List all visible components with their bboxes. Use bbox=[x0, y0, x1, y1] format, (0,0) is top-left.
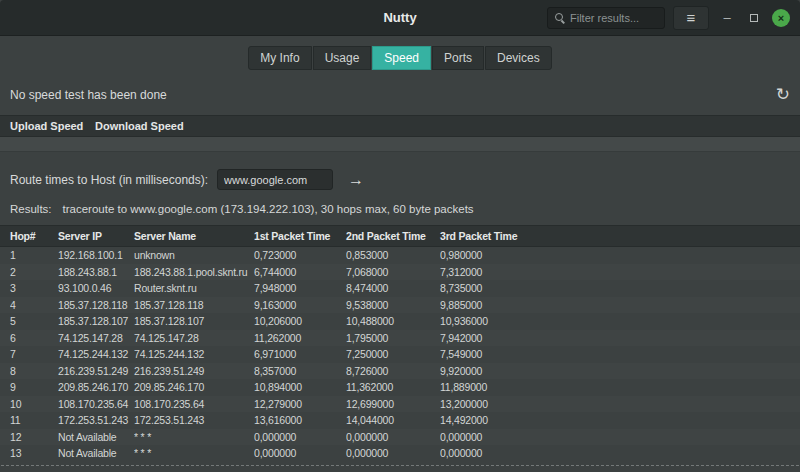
packet1-cell: 0,723000 bbox=[254, 249, 346, 261]
hop-cell: 13 bbox=[10, 447, 58, 459]
packet2-cell: 0,000000 bbox=[346, 431, 440, 443]
titlebar-controls: ≡ – × bbox=[547, 6, 800, 30]
server-ip-cell: 188.243.88.1 bbox=[58, 266, 134, 278]
traceroute-row[interactable]: 11 172.253.51.243 172.253.51.243 13,6160… bbox=[0, 412, 800, 429]
traceroute-row[interactable]: 9 209.85.246.170 209.85.246.170 10,89400… bbox=[0, 379, 800, 396]
close-button[interactable]: × bbox=[772, 9, 790, 27]
packet1-cell: 11,262000 bbox=[254, 332, 346, 344]
hop-cell: 3 bbox=[10, 282, 58, 294]
hop-cell: 1 bbox=[10, 249, 58, 261]
packet3-cell: 7,942000 bbox=[440, 332, 800, 344]
server-ip-cell: Not Available bbox=[58, 431, 134, 443]
traceroute-row[interactable]: 10 108.170.235.64 108.170.235.64 12,2790… bbox=[0, 396, 800, 413]
packet1-cell: 13,616000 bbox=[254, 414, 346, 426]
packet2-cell: 7,068000 bbox=[346, 266, 440, 278]
results-row: Results: traceroute to www.google.com (1… bbox=[0, 196, 800, 225]
server-ip-cell: 93.100.0.46 bbox=[58, 282, 134, 294]
arrow-right-icon: → bbox=[348, 171, 364, 188]
packet3-cell: 13,200000 bbox=[440, 398, 800, 410]
traceroute-table: Hop# Server IP Server Name 1st Packet Ti… bbox=[0, 225, 800, 462]
hop-cell: 6 bbox=[10, 332, 58, 344]
packet2-cell: 7,250000 bbox=[346, 348, 440, 360]
server-ip-cell: 185.37.128.118 bbox=[58, 299, 134, 311]
download-speed-column-header[interactable]: Download Speed bbox=[95, 120, 800, 132]
packet3-cell: 7,549000 bbox=[440, 348, 800, 360]
refresh-button[interactable]: ↻ bbox=[776, 86, 790, 103]
packet2-cell: 11,362000 bbox=[346, 381, 440, 393]
server-name-cell: Router.sknt.ru bbox=[134, 282, 254, 294]
server-ip-cell: 172.253.51.243 bbox=[58, 414, 134, 426]
packet1-cell: 0,000000 bbox=[254, 431, 346, 443]
packet3-cell: 0,980000 bbox=[440, 249, 800, 261]
packet2-column-header[interactable]: 2nd Packet Time bbox=[346, 230, 440, 242]
packet2-cell: 10,488000 bbox=[346, 315, 440, 327]
traceroute-row[interactable]: 2 188.243.88.1 188.243.88.1.pool.sknt.ru… bbox=[0, 264, 800, 281]
traceroute-row[interactable]: 13 Not Available * * * 0,000000 0,000000… bbox=[0, 445, 800, 462]
server-name-cell: 216.239.51.249 bbox=[134, 365, 254, 377]
packet1-cell: 6,744000 bbox=[254, 266, 346, 278]
server-ip-column-header[interactable]: Server IP bbox=[58, 230, 134, 242]
hop-cell: 2 bbox=[10, 266, 58, 278]
server-ip-cell: 74.125.244.132 bbox=[58, 348, 134, 360]
search-input[interactable] bbox=[570, 12, 657, 24]
traceroute-row[interactable]: 6 74.125.147.28 74.125.147.28 11,262000 … bbox=[0, 330, 800, 347]
results-summary: traceroute to www.google.com (173.194.22… bbox=[63, 203, 474, 215]
traceroute-row[interactable]: 4 185.37.128.118 185.37.128.118 9,163000… bbox=[0, 297, 800, 314]
minimize-icon: – bbox=[723, 10, 730, 25]
packet2-cell: 14,044000 bbox=[346, 414, 440, 426]
packet3-cell: 9,885000 bbox=[440, 299, 800, 311]
hop-column-header[interactable]: Hop# bbox=[10, 230, 58, 242]
traceroute-row[interactable]: 8 216.239.51.249 216.239.51.249 8,357000… bbox=[0, 363, 800, 380]
tab-ports[interactable]: Ports bbox=[432, 46, 484, 70]
tab-devices[interactable]: Devices bbox=[485, 46, 552, 70]
packet1-cell: 0,000000 bbox=[254, 447, 346, 459]
traceroute-row[interactable]: 1 192.168.100.1 unknown 0,723000 0,85300… bbox=[0, 247, 800, 264]
hop-cell: 8 bbox=[10, 365, 58, 377]
server-ip-cell: 216.239.51.249 bbox=[58, 365, 134, 377]
traceroute-row[interactable]: 12 Not Available * * * 0,000000 0,000000… bbox=[0, 429, 800, 446]
tab-speed[interactable]: Speed bbox=[372, 46, 431, 70]
host-input[interactable] bbox=[217, 169, 333, 190]
packet3-cell: 14,492000 bbox=[440, 414, 800, 426]
server-name-cell: 209.85.246.170 bbox=[134, 381, 254, 393]
packet3-cell: 9,920000 bbox=[440, 365, 800, 377]
upload-speed-column-header[interactable]: Upload Speed bbox=[10, 120, 95, 132]
packet2-cell: 0,000000 bbox=[346, 447, 440, 459]
packet1-cell: 8,357000 bbox=[254, 365, 346, 377]
maximize-button[interactable] bbox=[745, 8, 763, 28]
packet3-column-header[interactable]: 3rd Packet Time bbox=[440, 230, 800, 242]
traceroute-header: Hop# Server IP Server Name 1st Packet Ti… bbox=[0, 225, 800, 247]
packet3-cell: 0,000000 bbox=[440, 431, 800, 443]
packet1-cell: 10,206000 bbox=[254, 315, 346, 327]
route-input-row: Route times to Host (in milliseconds): → bbox=[0, 152, 800, 196]
server-name-column-header[interactable]: Server Name bbox=[134, 230, 254, 242]
packet1-cell: 10,894000 bbox=[254, 381, 346, 393]
packet1-cell: 12,279000 bbox=[254, 398, 346, 410]
minimize-button[interactable]: – bbox=[718, 8, 736, 28]
refresh-icon: ↻ bbox=[776, 85, 790, 104]
server-name-cell: unknown bbox=[134, 249, 254, 261]
traceroute-row[interactable]: 3 93.100.0.46 Router.sknt.ru 7,948000 8,… bbox=[0, 280, 800, 297]
packet1-column-header[interactable]: 1st Packet Time bbox=[254, 230, 346, 242]
packet3-cell: 0,000000 bbox=[440, 447, 800, 459]
speed-table-header: Upload Speed Download Speed bbox=[0, 115, 800, 137]
tab-my-info[interactable]: My Info bbox=[248, 46, 311, 70]
packet2-cell: 9,538000 bbox=[346, 299, 440, 311]
run-traceroute-button[interactable]: → bbox=[348, 172, 364, 188]
menu-button[interactable]: ≡ bbox=[673, 6, 709, 30]
packet2-cell: 1,795000 bbox=[346, 332, 440, 344]
server-name-cell: 185.37.128.118 bbox=[134, 299, 254, 311]
server-name-cell: 185.37.128.107 bbox=[134, 315, 254, 327]
packet3-cell: 11,889000 bbox=[440, 381, 800, 393]
traceroute-row[interactable]: 7 74.125.244.132 74.125.244.132 6,971000… bbox=[0, 346, 800, 363]
packet2-cell: 0,853000 bbox=[346, 249, 440, 261]
packet1-cell: 6,971000 bbox=[254, 348, 346, 360]
packet2-cell: 12,699000 bbox=[346, 398, 440, 410]
server-name-cell: 172.253.51.243 bbox=[134, 414, 254, 426]
search-box[interactable] bbox=[547, 7, 665, 29]
server-ip-cell: 209.85.246.170 bbox=[58, 381, 134, 393]
traceroute-row[interactable]: 5 185.37.128.107 185.37.128.107 10,20600… bbox=[0, 313, 800, 330]
packet3-cell: 10,936000 bbox=[440, 315, 800, 327]
tab-usage[interactable]: Usage bbox=[313, 46, 372, 70]
hop-cell: 5 bbox=[10, 315, 58, 327]
